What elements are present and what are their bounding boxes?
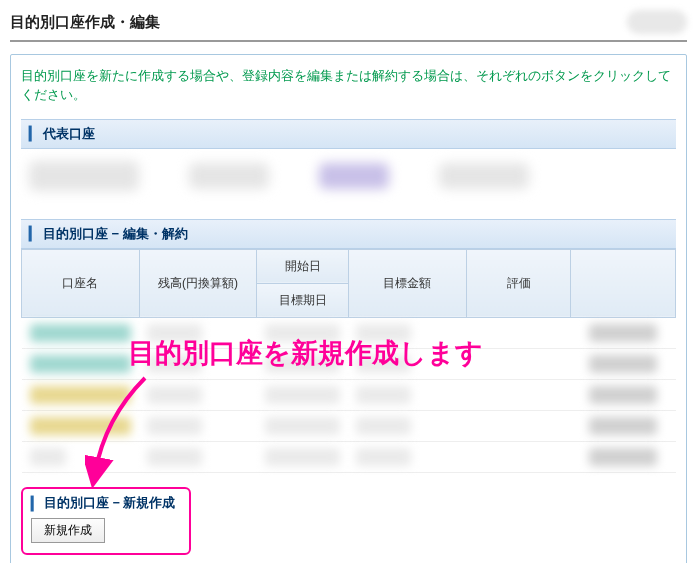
table-row: [22, 441, 676, 472]
section-marker-icon: ▎: [29, 226, 39, 241]
page-header: 目的別口座作成・編集: [10, 10, 687, 42]
redacted-content: [265, 448, 341, 466]
table-row: [22, 410, 676, 441]
create-button[interactable]: 新規作成: [31, 518, 105, 543]
redacted-content: [147, 448, 202, 466]
redacted-content: [589, 417, 657, 435]
section-label: 代表口座: [43, 125, 95, 143]
redacted-content: [356, 448, 411, 466]
redacted-content: [356, 355, 411, 373]
redacted-content: [589, 386, 657, 404]
col-target-date: 目標期日: [257, 283, 349, 317]
section-label: 目的別口座 − 編集・解約: [43, 225, 188, 243]
col-actions: [571, 249, 676, 317]
table-row: [22, 379, 676, 410]
section-edit-cancel: ▎ 目的別口座 − 編集・解約: [21, 219, 676, 249]
redacted-content: [30, 417, 132, 435]
instruction-text: 目的別口座を新たに作成する場合や、登録内容を編集または解約する場合は、それぞれの…: [21, 67, 676, 105]
redacted-content: [589, 324, 657, 342]
col-account-name: 口座名: [22, 249, 140, 317]
redacted-content: [265, 324, 341, 342]
redacted-content: [147, 417, 202, 435]
redacted-content: [589, 448, 657, 466]
redacted-content: [356, 324, 411, 342]
redacted-content: [265, 355, 341, 373]
header-redacted: [627, 10, 687, 34]
section-representative-account: ▎ 代表口座: [21, 119, 676, 149]
redacted-content: [29, 161, 139, 191]
accounts-table: 口座名 残高(円換算額) 開始日 目標金額 評価 目標期日: [21, 249, 676, 473]
col-evaluation: 評価: [466, 249, 571, 317]
col-target-amount: 目標金額: [348, 249, 466, 317]
representative-body: [21, 149, 676, 219]
redacted-content: [147, 324, 202, 342]
redacted-content: [265, 417, 341, 435]
col-balance: 残高(円換算額): [139, 249, 257, 317]
redacted-content: [265, 386, 341, 404]
redacted-content: [439, 163, 529, 189]
redacted-content: [147, 355, 202, 373]
section-marker-icon: ▎: [29, 126, 39, 141]
redacted-content: [30, 324, 132, 342]
section-marker-icon: ▎: [31, 496, 41, 511]
redacted-content: [319, 163, 389, 189]
redacted-content: [589, 355, 657, 373]
table-row: [22, 317, 676, 348]
redacted-content: [30, 386, 132, 404]
new-create-highlight: ▎ 目的別口座 − 新規作成 新規作成: [21, 487, 191, 555]
redacted-content: [147, 386, 202, 404]
content-panel: 目的別口座を新たに作成する場合や、登録内容を編集または解約する場合は、それぞれの…: [10, 54, 687, 563]
col-start-date: 開始日: [257, 249, 349, 283]
redacted-content: [30, 355, 132, 373]
section-new-create: ▎ 目的別口座 − 新規作成: [31, 495, 181, 512]
redacted-content: [30, 448, 66, 466]
page-title: 目的別口座作成・編集: [10, 13, 160, 32]
redacted-content: [356, 386, 411, 404]
section-label: 目的別口座 − 新規作成: [44, 495, 175, 512]
table-row: [22, 348, 676, 379]
redacted-content: [356, 417, 411, 435]
redacted-content: [189, 163, 269, 189]
